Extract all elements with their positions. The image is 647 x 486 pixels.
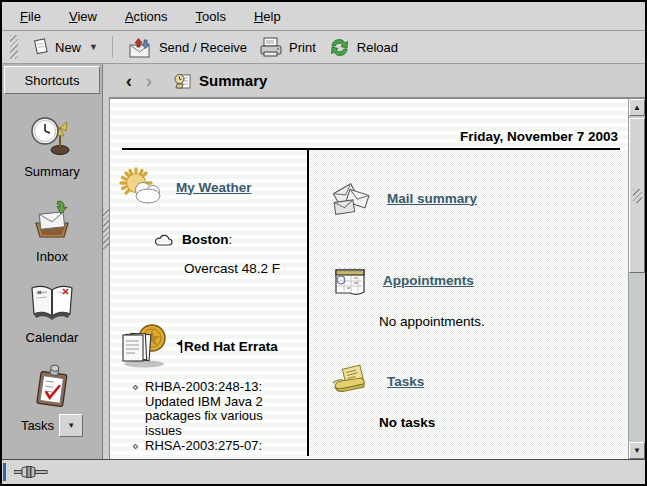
diamond-bullet-icon: ⋄ xyxy=(132,439,139,454)
sidebar-item-summary[interactable]: Summary xyxy=(2,114,102,179)
mail-section-header: Mail summary xyxy=(331,180,624,216)
scroll-up-button[interactable]: ▲ xyxy=(629,99,645,116)
mail-envelopes-icon xyxy=(331,180,373,216)
tasks-dropdown-button[interactable]: ▼ xyxy=(59,414,83,437)
reload-button[interactable]: Reload xyxy=(322,35,404,60)
body: Shortcuts Summary xyxy=(2,64,645,459)
tasks-section-header: Tasks xyxy=(331,363,624,399)
shortcuts-label: Shortcuts xyxy=(25,73,80,88)
sidebar-item-tasks[interactable]: Tasks ▼ xyxy=(2,363,102,437)
scroll-up-icon: ▲ xyxy=(633,103,641,112)
left-column: My Weather Boston: Overcast 48 xyxy=(110,150,309,456)
print-button[interactable]: Print xyxy=(253,35,322,60)
weather-section-header: My Weather xyxy=(118,166,303,208)
scrollbar-trough[interactable] xyxy=(629,273,645,442)
calendar-book-icon xyxy=(27,282,77,324)
no-appointments-text: No appointments. xyxy=(379,314,624,329)
forward-arrow-icon[interactable]: › xyxy=(139,71,159,90)
errata-item-text: RHBA-2003:248-13: Updated IBM Java 2 pac… xyxy=(145,379,263,438)
vertical-scrollbar[interactable]: ▲ ▼ xyxy=(628,99,645,459)
menu-tools[interactable]: Tools xyxy=(186,6,236,27)
print-label: Print xyxy=(289,40,316,55)
mail-summary-link[interactable]: Mail summary xyxy=(387,191,477,206)
errata-item[interactable]: ⋄ RHBA-2003:248-13: Updated IBM Java 2 p… xyxy=(132,380,303,438)
errata-section-header: Red Hat Errata xyxy=(118,322,303,370)
weather-location: Boston xyxy=(182,232,229,247)
errata-item[interactable]: ⋄ RHSA-2003:275-07: Updated CUPS package… xyxy=(132,439,303,456)
page-title: Summary xyxy=(199,72,267,89)
menu-view[interactable]: View xyxy=(59,6,107,27)
my-weather-link[interactable]: My Weather xyxy=(176,180,252,195)
tasks-link[interactable]: Tasks xyxy=(387,374,424,389)
shortcuts-sidebar: Shortcuts Summary xyxy=(2,64,103,459)
sidebar-item-inbox-label: Inbox xyxy=(36,249,68,264)
reload-icon xyxy=(328,37,351,58)
right-column: Mail summary xyxy=(309,150,628,456)
sidebar-tasks-row: Tasks ▼ xyxy=(21,414,83,437)
summary-clock-icon xyxy=(29,114,75,158)
errata-title: Red Hat Errata xyxy=(184,339,278,354)
weather-location-row: Boston: xyxy=(154,232,303,247)
appointments-section-header: Appointments xyxy=(331,262,624,298)
scroll-down-button[interactable]: ▼ xyxy=(629,442,645,459)
summary-content: Friday, November 7 2003 xyxy=(109,99,628,459)
content-wrap: Friday, November 7 2003 xyxy=(109,98,645,459)
print-icon xyxy=(259,37,283,58)
scrollbar-thumb[interactable] xyxy=(629,118,645,273)
evolution-window: File View Actions Tools Help New ▼ xyxy=(0,0,647,486)
new-dropdown-icon[interactable]: ▼ xyxy=(89,42,98,52)
scroll-down-icon: ▼ xyxy=(633,446,641,455)
online-connector-icon[interactable] xyxy=(14,465,48,479)
small-cloud-icon xyxy=(154,232,174,247)
summary-folder-icon xyxy=(173,72,193,90)
menu-actions[interactable]: Actions xyxy=(115,6,178,27)
errata-papers-icon xyxy=(118,322,172,370)
sidebar-item-summary-label: Summary xyxy=(24,164,80,179)
no-tasks-text: No tasks xyxy=(379,415,624,430)
shortcuts-group-button[interactable]: Shortcuts xyxy=(4,66,100,94)
send-receive-icon xyxy=(127,35,153,59)
sidebar-item-calendar[interactable]: Calendar xyxy=(2,282,102,345)
scrollbar-thumb-grip-icon xyxy=(633,189,642,203)
reload-label: Reload xyxy=(357,40,398,55)
errata-item-text: RHSA-2003:275-07: Updated CUPS packages … xyxy=(145,438,293,456)
menu-help[interactable]: Help xyxy=(244,6,291,27)
main-pane: ‹ › Summary xyxy=(109,64,645,459)
chevron-down-icon: ▼ xyxy=(67,421,75,430)
weather-condition: Overcast 48.2 F xyxy=(184,261,303,276)
new-button-label: New xyxy=(55,40,81,55)
status-bar xyxy=(2,459,645,484)
folder-header-bar: ‹ › Summary xyxy=(109,64,645,98)
menu-bar: File View Actions Tools Help xyxy=(2,2,645,31)
toolbar-separator xyxy=(112,36,113,58)
inbox-tray-icon xyxy=(28,197,76,243)
sidebar-item-inbox[interactable]: Inbox xyxy=(2,197,102,264)
tasks-notes-icon xyxy=(331,363,373,399)
sidebar-item-calendar-label: Calendar xyxy=(26,330,79,345)
new-document-icon xyxy=(32,38,49,56)
summary-columns: My Weather Boston: Overcast 48 xyxy=(110,150,628,456)
sun-cloud-weather-icon xyxy=(118,166,166,208)
toolbar-grip[interactable] xyxy=(10,35,18,59)
date-heading: Friday, November 7 2003 xyxy=(110,99,628,148)
back-arrow-icon[interactable]: ‹ xyxy=(119,71,139,90)
errata-flag-icon xyxy=(176,340,183,353)
errata-title-row: Red Hat Errata xyxy=(176,339,278,354)
sidebar-item-tasks-label: Tasks xyxy=(21,418,54,433)
errata-list: ⋄ RHBA-2003:248-13: Updated IBM Java 2 p… xyxy=(132,380,303,456)
toolbar: New ▼ Send / Receive xyxy=(2,31,645,64)
send-receive-button[interactable]: Send / Receive xyxy=(121,33,253,61)
send-receive-label: Send / Receive xyxy=(159,40,247,55)
menu-file[interactable]: File xyxy=(10,6,51,27)
diamond-bullet-icon: ⋄ xyxy=(132,380,139,395)
new-button[interactable]: New ▼ xyxy=(26,36,104,58)
appointments-link[interactable]: Appointments xyxy=(383,273,474,288)
status-progress-notch xyxy=(3,463,6,481)
appointments-calendar-icon xyxy=(331,262,369,298)
weather-location-colon: : xyxy=(229,232,233,247)
tasks-clipboard-icon xyxy=(29,363,75,409)
